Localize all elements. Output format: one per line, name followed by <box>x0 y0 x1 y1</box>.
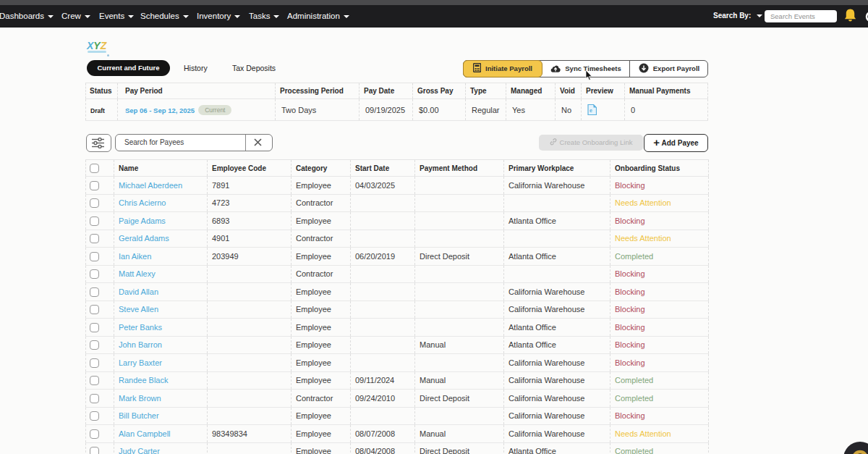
svg-text:e: e <box>590 108 592 113</box>
